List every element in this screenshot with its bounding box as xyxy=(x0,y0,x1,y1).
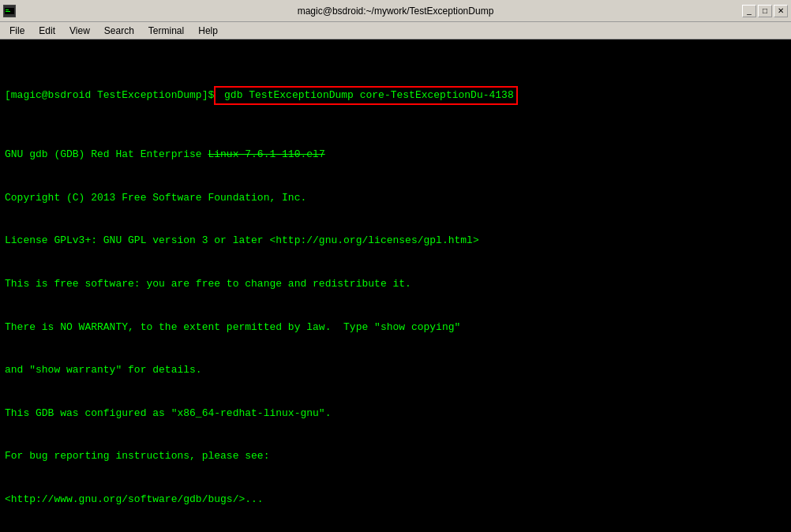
menu-edit[interactable]: Edit xyxy=(32,24,62,38)
menu-view[interactable]: View xyxy=(63,24,96,38)
minimize-button[interactable]: _ xyxy=(742,5,756,17)
terminal-line-2: Copyright (C) 2013 Free Software Foundat… xyxy=(5,191,786,205)
menu-terminal[interactable]: Terminal xyxy=(142,24,190,38)
title-bar: magic@bsdroid:~/mywork/TestExceptionDump… xyxy=(0,0,791,22)
terminal-line-7: This GDB was configured as "x86_64-redha… xyxy=(5,406,786,421)
menu-help[interactable]: Help xyxy=(192,24,224,38)
terminal-line-3: License GPLv3+: GNU GPL version 3 or lat… xyxy=(5,234,786,248)
terminal-line-5: There is NO WARRANTY, to the extent perm… xyxy=(5,320,786,335)
terminal-line-8: For bug reporting instructions, please s… xyxy=(5,449,786,463)
terminal-output: [magic@bsdroid TestExceptionDump]$ gdb T… xyxy=(5,43,786,532)
strikethrough-text: Linux 7.6.1-110.el7 xyxy=(208,148,324,160)
title-bar-left xyxy=(3,5,16,17)
title-bar-buttons: _ □ ✕ xyxy=(742,5,788,17)
terminal-line-6: and "show warranty" for details. xyxy=(5,363,786,377)
command-highlighted: gdb TestExceptionDump core-TestException… xyxy=(214,86,517,105)
terminal-icon xyxy=(3,5,16,17)
terminal-area[interactable]: [magic@bsdroid TestExceptionDump]$ gdb T… xyxy=(0,39,791,532)
menu-search[interactable]: Search xyxy=(98,24,141,38)
menu-file[interactable]: File xyxy=(3,24,31,38)
title-bar-title: magic@bsdroid:~/mywork/TestExceptionDump xyxy=(298,6,494,17)
command-prompt: [magic@bsdroid TestExceptionDump]$ xyxy=(5,88,214,103)
menu-bar: File Edit View Search Terminal Help xyxy=(0,22,791,39)
terminal-line-1: GNU gdb (GDB) Red Hat Enterprise Linux 7… xyxy=(5,148,786,162)
maximize-button[interactable]: □ xyxy=(758,5,772,17)
terminal-line-4: This is free software: you are free to c… xyxy=(5,277,786,291)
svg-rect-2 xyxy=(6,9,9,10)
terminal-line-9: <http://www.gnu.org/software/gdb/bugs/>.… xyxy=(5,493,786,507)
close-button[interactable]: ✕ xyxy=(774,5,788,17)
svg-rect-3 xyxy=(6,11,10,12)
